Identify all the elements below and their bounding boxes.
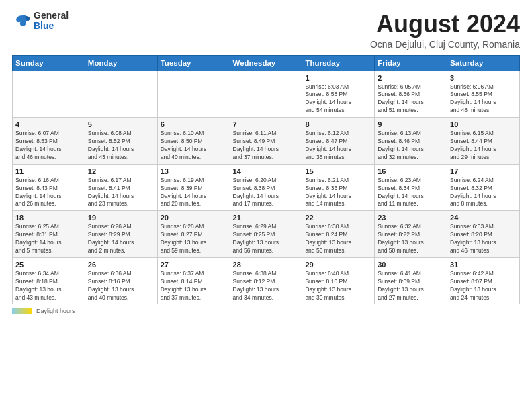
table-row: 20Sunrise: 6:28 AM Sunset: 8:27 PM Dayli… <box>157 211 230 258</box>
calendar-table: Sunday Monday Tuesday Wednesday Thursday… <box>12 55 520 305</box>
table-row: 1Sunrise: 6:03 AM Sunset: 8:58 PM Daylig… <box>302 71 375 118</box>
table-row <box>85 71 157 118</box>
day-info: Sunrise: 6:30 AM Sunset: 8:24 PM Dayligh… <box>305 223 371 255</box>
day-info: Sunrise: 6:08 AM Sunset: 8:52 PM Dayligh… <box>88 130 154 162</box>
header-wednesday: Wednesday <box>230 55 302 71</box>
subtitle: Ocna Dejului, Cluj County, Romania <box>370 39 520 50</box>
day-info: Sunrise: 6:23 AM Sunset: 8:34 PM Dayligh… <box>378 177 444 209</box>
table-row: 29Sunrise: 6:40 AM Sunset: 8:10 PM Dayli… <box>302 257 375 304</box>
table-row: 8Sunrise: 6:12 AM Sunset: 8:47 PM Daylig… <box>302 118 375 165</box>
day-info: Sunrise: 6:15 AM Sunset: 8:44 PM Dayligh… <box>450 130 517 162</box>
day-number: 16 <box>378 167 444 175</box>
table-row: 10Sunrise: 6:15 AM Sunset: 8:44 PM Dayli… <box>447 118 520 165</box>
day-number: 1 <box>305 74 371 82</box>
header-saturday: Saturday <box>447 55 520 71</box>
table-row: 31Sunrise: 6:42 AM Sunset: 8:07 PM Dayli… <box>447 257 520 304</box>
day-info: Sunrise: 6:12 AM Sunset: 8:47 PM Dayligh… <box>305 130 371 162</box>
table-row: 5Sunrise: 6:08 AM Sunset: 8:52 PM Daylig… <box>85 118 157 165</box>
day-info: Sunrise: 6:19 AM Sunset: 8:39 PM Dayligh… <box>161 177 227 209</box>
calendar-week-row: 4Sunrise: 6:07 AM Sunset: 8:53 PM Daylig… <box>13 118 520 165</box>
day-info: Sunrise: 6:28 AM Sunset: 8:27 PM Dayligh… <box>161 223 227 255</box>
day-number: 23 <box>378 214 444 222</box>
day-number: 30 <box>378 261 444 269</box>
header-friday: Friday <box>375 55 447 71</box>
table-row: 11Sunrise: 6:16 AM Sunset: 8:43 PM Dayli… <box>13 164 85 211</box>
day-info: Sunrise: 6:05 AM Sunset: 8:56 PM Dayligh… <box>378 83 444 116</box>
table-row: 15Sunrise: 6:21 AM Sunset: 8:36 PM Dayli… <box>302 164 375 211</box>
day-info: Sunrise: 6:06 AM Sunset: 8:55 PM Dayligh… <box>450 83 517 116</box>
legend-icon <box>12 308 32 314</box>
day-number: 12 <box>88 167 154 175</box>
day-number: 31 <box>450 261 517 269</box>
day-number: 26 <box>88 261 154 269</box>
table-row <box>157 71 230 118</box>
day-info: Sunrise: 6:40 AM Sunset: 8:10 PM Dayligh… <box>305 270 371 302</box>
day-number: 10 <box>450 120 517 128</box>
day-number: 7 <box>233 120 300 128</box>
legend-label: Daylight hours <box>36 308 75 314</box>
day-info: Sunrise: 6:42 AM Sunset: 8:07 PM Dayligh… <box>450 270 517 302</box>
calendar-week-row: 18Sunrise: 6:25 AM Sunset: 8:31 PM Dayli… <box>13 211 520 258</box>
table-row: 14Sunrise: 6:20 AM Sunset: 8:38 PM Dayli… <box>230 164 302 211</box>
calendar-week-row: 1Sunrise: 6:03 AM Sunset: 8:58 PM Daylig… <box>13 71 520 118</box>
day-number: 8 <box>305 120 371 128</box>
table-row: 30Sunrise: 6:41 AM Sunset: 8:09 PM Dayli… <box>375 257 447 304</box>
day-number: 5 <box>88 120 154 128</box>
day-info: Sunrise: 6:11 AM Sunset: 8:49 PM Dayligh… <box>233 130 300 162</box>
day-info: Sunrise: 6:33 AM Sunset: 8:20 PM Dayligh… <box>450 223 517 255</box>
day-info: Sunrise: 6:10 AM Sunset: 8:50 PM Dayligh… <box>161 130 227 162</box>
day-number: 22 <box>305 214 371 222</box>
day-number: 17 <box>450 167 517 175</box>
day-info: Sunrise: 6:16 AM Sunset: 8:43 PM Dayligh… <box>15 177 82 209</box>
day-info: Sunrise: 6:36 AM Sunset: 8:16 PM Dayligh… <box>88 270 154 302</box>
day-number: 4 <box>15 120 82 128</box>
day-info: Sunrise: 6:24 AM Sunset: 8:32 PM Dayligh… <box>450 177 517 209</box>
day-number: 27 <box>161 261 227 269</box>
day-number: 24 <box>450 214 517 222</box>
day-info: Sunrise: 6:20 AM Sunset: 8:38 PM Dayligh… <box>233 177 300 209</box>
day-number: 9 <box>378 120 444 128</box>
calendar-header-row: Sunday Monday Tuesday Wednesday Thursday… <box>13 55 520 71</box>
table-row: 23Sunrise: 6:32 AM Sunset: 8:22 PM Dayli… <box>375 211 447 258</box>
table-row: 21Sunrise: 6:29 AM Sunset: 8:25 PM Dayli… <box>230 211 302 258</box>
table-row: 25Sunrise: 6:34 AM Sunset: 8:18 PM Dayli… <box>13 257 85 304</box>
day-number: 19 <box>88 214 154 222</box>
header-sunday: Sunday <box>13 55 85 71</box>
day-number: 20 <box>161 214 227 222</box>
table-row: 28Sunrise: 6:38 AM Sunset: 8:12 PM Dayli… <box>230 257 302 304</box>
day-number: 21 <box>233 214 300 222</box>
day-info: Sunrise: 6:07 AM Sunset: 8:53 PM Dayligh… <box>15 130 82 162</box>
logo-text: General Blue <box>34 11 69 32</box>
day-info: Sunrise: 6:41 AM Sunset: 8:09 PM Dayligh… <box>378 270 444 302</box>
day-info: Sunrise: 6:34 AM Sunset: 8:18 PM Dayligh… <box>15 270 82 302</box>
day-number: 14 <box>233 167 300 175</box>
day-number: 29 <box>305 261 371 269</box>
table-row: 6Sunrise: 6:10 AM Sunset: 8:50 PM Daylig… <box>157 118 230 165</box>
page: General Blue August 2024 Ocna Dejului, C… <box>0 0 532 411</box>
header-tuesday: Tuesday <box>157 55 230 71</box>
logo-blue-text: Blue <box>34 21 69 31</box>
day-info: Sunrise: 6:32 AM Sunset: 8:22 PM Dayligh… <box>378 223 444 255</box>
table-row: 18Sunrise: 6:25 AM Sunset: 8:31 PM Dayli… <box>13 211 85 258</box>
table-row: 13Sunrise: 6:19 AM Sunset: 8:39 PM Dayli… <box>157 164 230 211</box>
table-row: 17Sunrise: 6:24 AM Sunset: 8:32 PM Dayli… <box>447 164 520 211</box>
header: General Blue August 2024 Ocna Dejului, C… <box>12 11 520 50</box>
table-row: 19Sunrise: 6:26 AM Sunset: 8:29 PM Dayli… <box>85 211 157 258</box>
table-row: 3Sunrise: 6:06 AM Sunset: 8:55 PM Daylig… <box>447 71 520 118</box>
main-title: August 2024 <box>370 11 520 38</box>
day-info: Sunrise: 6:03 AM Sunset: 8:58 PM Dayligh… <box>305 83 371 116</box>
table-row: 22Sunrise: 6:30 AM Sunset: 8:24 PM Dayli… <box>302 211 375 258</box>
table-row: 7Sunrise: 6:11 AM Sunset: 8:49 PM Daylig… <box>230 118 302 165</box>
legend: Daylight hours <box>12 308 520 314</box>
calendar-week-row: 25Sunrise: 6:34 AM Sunset: 8:18 PM Dayli… <box>13 257 520 304</box>
day-number: 15 <box>305 167 371 175</box>
header-monday: Monday <box>85 55 157 71</box>
day-info: Sunrise: 6:38 AM Sunset: 8:12 PM Dayligh… <box>233 270 300 302</box>
header-thursday: Thursday <box>302 55 375 71</box>
logo: General Blue <box>12 11 69 32</box>
day-info: Sunrise: 6:17 AM Sunset: 8:41 PM Dayligh… <box>88 177 154 209</box>
calendar-week-row: 11Sunrise: 6:16 AM Sunset: 8:43 PM Dayli… <box>13 164 520 211</box>
logo-general-text: General <box>34 11 69 21</box>
day-number: 18 <box>15 214 82 222</box>
table-row: 26Sunrise: 6:36 AM Sunset: 8:16 PM Dayli… <box>85 257 157 304</box>
